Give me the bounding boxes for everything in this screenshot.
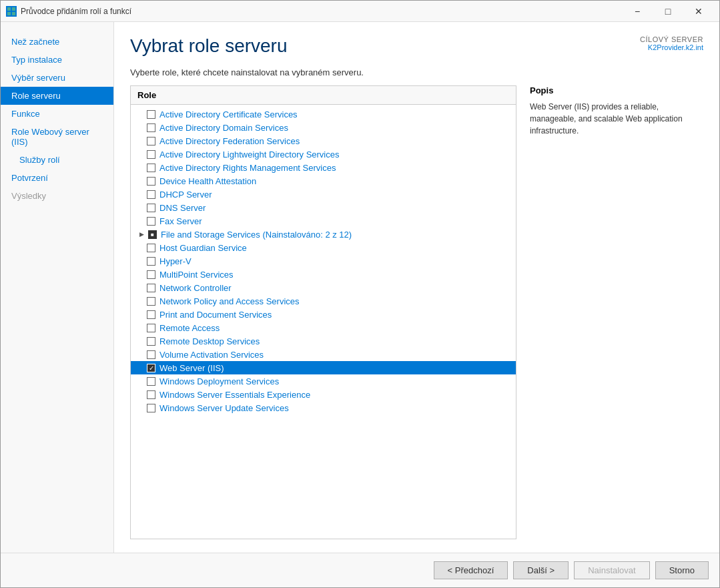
role-item-windows-deployment[interactable]: Windows Deployment Services <box>131 374 516 388</box>
role-checkbox-windows-deployment[interactable] <box>147 377 155 386</box>
sidebar-item-vyber-serveru[interactable]: Výběr serveru <box>1 69 113 87</box>
role-item-fax[interactable]: Fax Server <box>131 214 516 228</box>
role-item-network-policy[interactable]: Network Policy and Access Services <box>131 294 516 308</box>
role-item-remote-access[interactable]: Remote Access <box>131 321 516 334</box>
role-item-print-document[interactable]: Print and Document Services <box>131 308 516 321</box>
role-checkbox-ad-lightweight[interactable] <box>147 150 155 159</box>
role-checkbox-multipoint[interactable] <box>147 270 155 279</box>
role-label-web-server: Web Server (IIS) <box>159 363 224 373</box>
role-label-ad-domain: Active Directory Domain Services <box>159 123 288 133</box>
minimize-button[interactable]: − <box>622 1 653 22</box>
role-checkbox-fax[interactable] <box>147 217 155 226</box>
role-item-file-storage[interactable]: ▶■File and Storage Services (Nainstalová… <box>131 228 516 241</box>
role-label-volume-activation: Volume Activation Services <box>159 350 264 360</box>
role-checkbox-ad-federation[interactable] <box>147 137 155 145</box>
role-checkbox-hyper-v[interactable] <box>147 257 155 266</box>
roles-panel: Role Active Directory Certificate Servic… <box>130 85 516 539</box>
prev-button[interactable]: < Předchozí <box>434 561 508 579</box>
sidebar-item-nez-zacnete[interactable]: Než začnete <box>1 33 113 51</box>
role-checkbox-remote-access[interactable] <box>147 324 155 332</box>
install-button[interactable]: Nainstalovat <box>574 561 650 579</box>
role-item-dns[interactable]: DNS Server <box>131 201 516 214</box>
roles-column-header: Role <box>131 86 516 105</box>
role-checkbox-web-server[interactable]: ✓ <box>147 364 155 372</box>
role-item-network-controller[interactable]: Network Controller <box>131 281 516 294</box>
cancel-button[interactable]: Storno <box>655 561 709 579</box>
role-item-windows-essentials[interactable]: Windows Server Essentials Experience <box>131 388 516 401</box>
role-item-multipoint[interactable]: MultiPoint Services <box>131 268 516 281</box>
role-checkbox-host-guardian[interactable] <box>147 244 155 252</box>
role-checkbox-ad-rights[interactable] <box>147 164 155 172</box>
role-checkbox-dhcp[interactable] <box>147 190 155 199</box>
window-controls: − □ ✕ <box>622 1 714 22</box>
role-checkbox-network-policy[interactable] <box>147 297 155 306</box>
footer: < Předchozí Další > Nainstalovat Storno <box>1 553 719 587</box>
role-label-windows-deployment: Windows Deployment Services <box>159 376 279 386</box>
role-checkbox-remote-desktop[interactable] <box>147 337 155 346</box>
title-bar: Průvodce přidáním rolí a funkcí − □ ✕ <box>1 1 719 22</box>
role-checkbox-network-controller[interactable] <box>147 284 155 292</box>
role-item-ad-rights[interactable]: Active Directory Rights Management Servi… <box>131 161 516 174</box>
role-label-network-policy: Network Policy and Access Services <box>159 296 300 306</box>
description-text: Web Server (IIS) provides a reliable, ma… <box>530 101 703 137</box>
expand-btn-file-storage[interactable]: ▶ <box>136 229 147 240</box>
role-checkbox-windows-update[interactable] <box>147 404 155 412</box>
role-checkbox-print-document[interactable] <box>147 310 155 319</box>
target-server-info: CÍLOVÝ SERVER K2Provider.k2.int <box>640 35 703 51</box>
role-item-ad-federation[interactable]: Active Directory Federation Services <box>131 134 516 148</box>
role-checkbox-ad-domain[interactable] <box>147 123 155 132</box>
role-item-host-guardian[interactable]: Host Guardian Service <box>131 241 516 254</box>
description-header: Popis <box>530 85 703 95</box>
role-checkbox-file-storage[interactable]: ■ <box>148 230 157 239</box>
role-label-ad-cert: Active Directory Certificate Services <box>159 109 298 119</box>
sidebar-item-vysledky: Výsledky <box>1 187 113 205</box>
role-item-ad-domain[interactable]: Active Directory Domain Services <box>131 121 516 134</box>
role-item-remote-desktop[interactable]: Remote Desktop Services <box>131 334 516 348</box>
role-label-dhcp: DHCP Server <box>159 190 212 200</box>
role-item-ad-lightweight[interactable]: Active Directory Lightweight Directory S… <box>131 148 516 161</box>
role-item-windows-update[interactable]: Windows Server Update Services <box>131 401 516 414</box>
instruction-text: Vyberte role, které chcete nainstalovat … <box>130 67 703 77</box>
role-label-multipoint: MultiPoint Services <box>159 270 234 280</box>
sidebar-item-funkce[interactable]: Funkce <box>1 105 113 123</box>
target-server-label: CÍLOVÝ SERVER <box>640 35 703 43</box>
role-item-web-server[interactable]: ✓Web Server (IIS) <box>131 361 516 374</box>
roles-list[interactable]: Active Directory Certificate ServicesAct… <box>131 105 516 539</box>
sidebar-item-role-serveru[interactable]: Role serveru <box>1 87 113 105</box>
maximize-button[interactable]: □ <box>653 1 683 22</box>
next-button[interactable]: Další > <box>513 561 569 579</box>
role-label-remote-access: Remote Access <box>159 323 220 333</box>
sidebar-item-sluzby-roli[interactable]: Služby rolí <box>1 151 113 169</box>
role-label-network-controller: Network Controller <box>159 283 232 293</box>
role-label-ad-rights: Active Directory Rights Management Servi… <box>159 163 336 173</box>
role-item-dhcp[interactable]: DHCP Server <box>131 188 516 201</box>
role-label-file-storage: File and Storage Services (Nainstalováno… <box>161 230 352 240</box>
sidebar-item-potvrzeni[interactable]: Potvrzení <box>1 169 113 187</box>
svg-rect-0 <box>7 7 11 11</box>
main-content: Vybrat role serveru CÍLOVÝ SERVER K2Prov… <box>114 22 719 553</box>
role-checkbox-dns[interactable] <box>147 204 155 212</box>
svg-rect-1 <box>12 7 15 11</box>
svg-rect-2 <box>7 12 11 15</box>
role-label-remote-desktop: Remote Desktop Services <box>159 336 260 346</box>
role-checkbox-ad-cert[interactable] <box>147 110 155 119</box>
sidebar-item-typ-instalace[interactable]: Typ instalace <box>1 51 113 69</box>
close-button[interactable]: ✕ <box>683 1 714 22</box>
role-label-hyper-v: Hyper-V <box>159 256 192 266</box>
role-label-windows-update: Windows Server Update Services <box>159 403 289 413</box>
sidebar: Než začnete Typ instalace Výběr serveru … <box>1 22 114 553</box>
two-col-layout: Role Active Directory Certificate Servic… <box>130 85 703 539</box>
main-window: Průvodce přidáním rolí a funkcí − □ ✕ Ne… <box>0 0 720 588</box>
role-checkbox-volume-activation[interactable] <box>147 350 155 359</box>
sidebar-item-role-webovy[interactable]: Role Webový server (IIS) <box>1 123 113 151</box>
role-label-host-guardian: Host Guardian Service <box>159 243 247 253</box>
role-label-print-document: Print and Document Services <box>159 310 272 320</box>
role-item-ad-cert[interactable]: Active Directory Certificate Services <box>131 107 516 121</box>
role-item-hyper-v[interactable]: Hyper-V <box>131 254 516 268</box>
role-label-windows-essentials: Windows Server Essentials Experience <box>159 390 310 400</box>
role-item-device-health[interactable]: Device Health Attestation <box>131 174 516 188</box>
role-item-volume-activation[interactable]: Volume Activation Services <box>131 348 516 361</box>
role-label-fax: Fax Server <box>159 216 202 226</box>
role-checkbox-windows-essentials[interactable] <box>147 390 155 399</box>
role-checkbox-device-health[interactable] <box>147 177 155 186</box>
